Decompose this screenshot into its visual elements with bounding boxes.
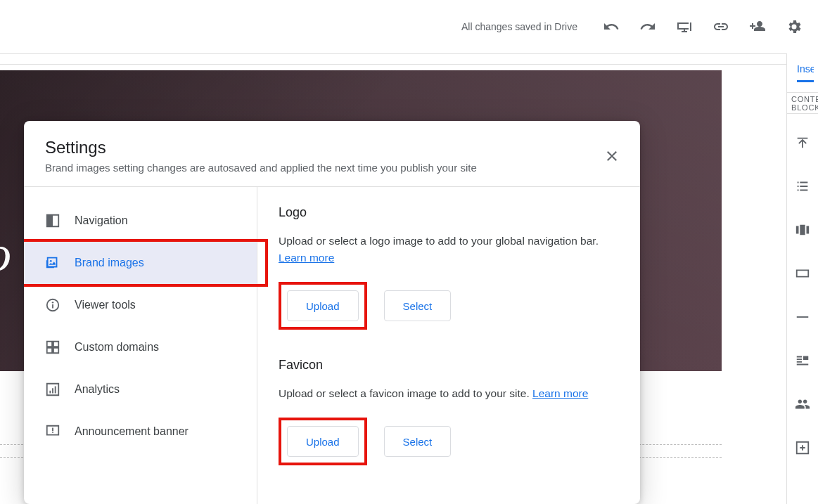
tutorial-highlight xyxy=(24,239,268,287)
tutorial-highlight: Upload xyxy=(279,418,367,465)
logo-upload-button[interactable]: Upload xyxy=(287,290,359,321)
link-button[interactable] xyxy=(704,10,738,44)
nav-label: Announcement banner xyxy=(75,425,188,438)
carousel-icon[interactable] xyxy=(795,222,810,240)
settings-content: Logo Upload or select a logo image to ad… xyxy=(257,187,640,504)
group-icon[interactable] xyxy=(795,396,810,415)
settings-nav: Navigation Brand images Viewer tools Cus… xyxy=(24,187,257,504)
preview-button[interactable] xyxy=(667,10,701,44)
top-toolbar: All changes saved in Drive xyxy=(0,0,818,53)
settings-gear-button[interactable] xyxy=(777,10,811,44)
nav-analytics[interactable]: Analytics xyxy=(24,368,257,411)
nav-label: Viewer tools xyxy=(75,299,136,311)
nav-label: Analytics xyxy=(75,383,120,396)
logo-desc-text: Upload or select a logo image to add to … xyxy=(279,235,599,247)
favicon-upload-button[interactable]: Upload xyxy=(287,426,359,457)
placeholder-icon[interactable] xyxy=(795,353,810,371)
nav-viewer-tools[interactable]: Viewer tools xyxy=(24,284,257,326)
dialog-subtitle: Brand images setting changes are autosav… xyxy=(45,162,623,174)
nav-label: Brand images xyxy=(75,257,144,269)
collapse-icon[interactable] xyxy=(795,135,810,153)
logo-learn-more-link[interactable]: Learn more xyxy=(279,252,334,264)
divider-icon[interactable] xyxy=(795,309,810,328)
logo-select-button[interactable]: Select xyxy=(384,290,452,321)
logo-section-title: Logo xyxy=(279,205,619,220)
svg-point-2 xyxy=(52,302,53,303)
toc-icon[interactable] xyxy=(795,179,810,197)
dialog-title: Settings xyxy=(45,138,623,157)
favicon-section-title: Favicon xyxy=(279,358,619,373)
save-status: All changes saved in Drive xyxy=(461,21,577,32)
nav-label: Navigation xyxy=(75,214,128,227)
nav-brand-images[interactable]: Brand images xyxy=(24,242,257,284)
dialog-header: Settings Brand images setting changes ar… xyxy=(24,121,640,187)
undo-button[interactable] xyxy=(594,10,628,44)
settings-dialog: Settings Brand images setting changes ar… xyxy=(24,121,640,504)
tutorial-highlight: Upload xyxy=(279,282,367,330)
logo-section-desc: Upload or select a logo image to add to … xyxy=(279,233,619,266)
right-panel-tabs: Insert xyxy=(787,53,818,93)
tab-insert[interactable]: Insert xyxy=(797,63,814,82)
share-button[interactable] xyxy=(741,10,774,44)
nav-label: Custom domains xyxy=(75,341,159,354)
redo-button[interactable] xyxy=(631,10,665,44)
favicon-section-desc: Upload or select a favicon image to add … xyxy=(279,385,619,402)
close-icon[interactable] xyxy=(598,142,626,170)
nav-navigation[interactable]: Navigation xyxy=(24,200,257,242)
nav-announcement-banner[interactable]: Announcement banner xyxy=(24,411,257,453)
content-blocks-heading: CONTENT BLOCKS xyxy=(787,93,818,114)
nav-custom-domains[interactable]: Custom domains xyxy=(24,326,257,368)
button-icon[interactable] xyxy=(795,266,810,284)
favicon-learn-more-link[interactable]: Learn more xyxy=(532,387,588,399)
right-panel: Insert CONTENT BLOCKS xyxy=(786,53,818,504)
svg-point-0 xyxy=(50,260,52,262)
ruler xyxy=(0,53,786,65)
hero-text-fragment: /o xyxy=(0,225,11,283)
add-block-icon[interactable] xyxy=(795,440,810,458)
favicon-select-button[interactable]: Select xyxy=(384,426,452,457)
favicon-desc-text: Upload or select a favicon image to add … xyxy=(279,387,532,399)
right-panel-tools xyxy=(787,114,818,458)
